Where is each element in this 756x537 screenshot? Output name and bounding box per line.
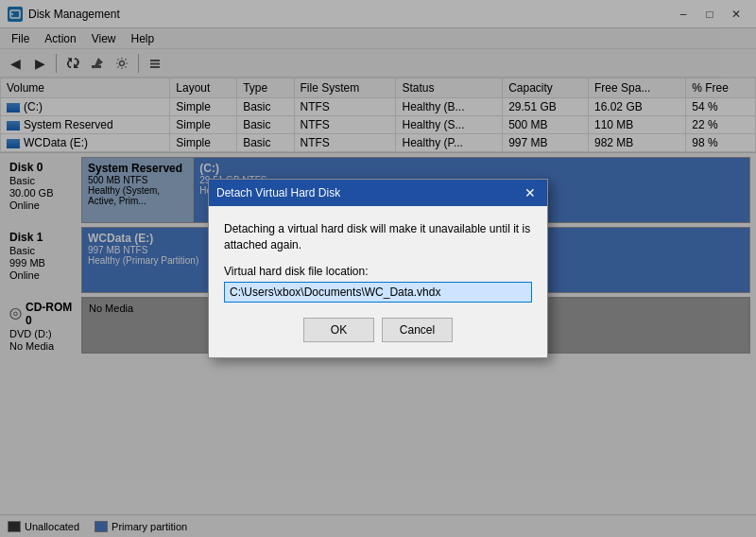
modal-title-bar: Detach Virtual Hard Disk ✕ [209,180,547,206]
modal-title: Detach Virtual Hard Disk [216,186,340,199]
modal-cancel-button[interactable]: Cancel [382,318,453,342]
modal-file-input[interactable] [224,282,532,303]
detach-dialog: Detach Virtual Hard Disk ✕ Detaching a v… [208,179,548,358]
modal-overlay: Detach Virtual Hard Disk ✕ Detaching a v… [0,0,756,537]
modal-close-button[interactable]: ✕ [521,183,540,202]
modal-file-label: Virtual hard disk file location: [224,265,532,278]
modal-body: Detaching a virtual hard disk will make … [209,206,547,357]
modal-description: Detaching a virtual hard disk will make … [224,221,532,253]
modal-buttons: OK Cancel [224,318,532,342]
modal-ok-button[interactable]: OK [303,318,374,342]
